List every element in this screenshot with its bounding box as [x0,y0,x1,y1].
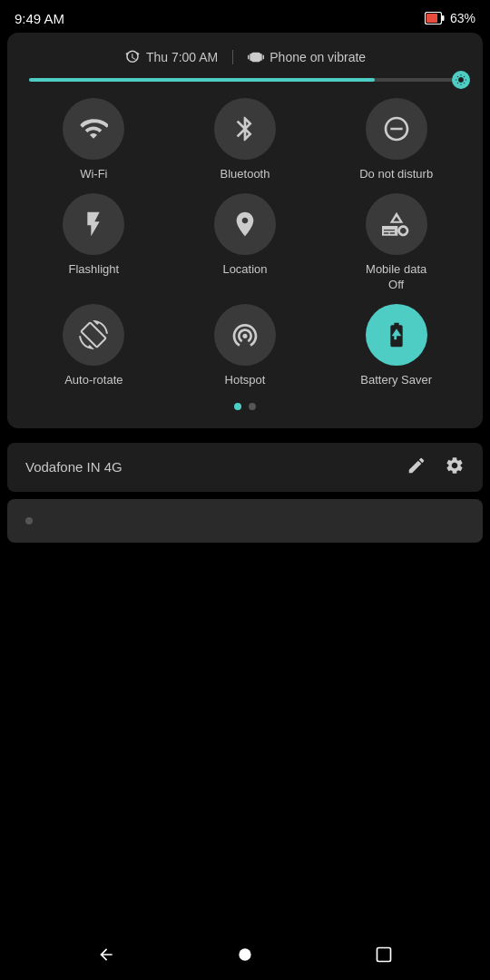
tile-label-wifi: Wi-Fi [80,167,107,182]
tile-label-dnd: Do not disturb [359,167,433,182]
edit-button[interactable] [407,456,426,479]
back-button[interactable] [97,946,115,964]
tile-icon-batterysaver [366,304,427,366]
tile-icon-autorotate [63,304,124,366]
tile-label-mobiledata: Mobile dataOff [366,262,426,293]
svg-point-3 [239,948,250,960]
page-dot-1 [234,403,241,410]
brightness-track[interactable] [29,78,461,82]
tile-batterysaver[interactable]: Battery Saver [328,304,465,388]
tile-label-batterysaver: Battery Saver [360,373,432,388]
tile-icon-mobiledata [366,193,427,255]
status-bar: 9:49 AM 63% [0,0,490,33]
tile-wifi[interactable]: Wi-Fi [25,98,162,182]
bottom-icons [407,456,465,479]
alarm-info: Thu 7:00 AM [124,49,218,65]
alarm-time: Thu 7:00 AM [146,50,218,64]
tile-label-flashlight: Flashlight [69,262,120,278]
alarm-row: Thu 7:00 AM Phone on vibrate [22,44,468,74]
settings-button[interactable] [445,456,465,479]
nav-bar [0,929,490,980]
bottom-bar: Vodafone IN 4G [7,443,483,492]
tile-hotspot[interactable]: Hotspot [177,304,314,388]
tile-flashlight[interactable]: Flashlight [25,193,162,293]
brightness-thumb [452,71,470,89]
tile-icon-bluetooth [214,98,276,160]
page-indicators [22,396,468,414]
svg-rect-4 [377,948,391,962]
home-peek [7,499,483,543]
tile-label-bluetooth: Bluetooth [220,167,270,182]
vibrate-icon [248,49,264,65]
tile-icon-location [214,193,276,255]
tile-mobiledata[interactable]: Mobile dataOff [328,193,465,293]
tile-autorotate[interactable]: Auto-rotate [25,304,162,388]
tile-dnd[interactable]: Do not disturb [328,98,465,182]
svg-rect-2 [442,15,445,21]
alarm-divider [232,50,233,64]
tile-icon-flashlight [63,193,124,255]
battery-icon [425,12,445,24]
tile-grid: Wi-Fi Bluetooth Do not disturb Flashligh… [22,94,468,396]
tile-label-autorotate: Auto-rotate [64,373,122,388]
svg-rect-1 [426,14,437,23]
tile-label-location: Location [222,262,267,278]
status-right: 63% [425,11,475,25]
qs-panel: Thu 7:00 AM Phone on vibrate Wi [7,33,483,428]
recents-button[interactable] [375,946,393,964]
home-peek-dot [25,517,33,524]
alarm-icon [124,49,141,65]
vibrate-label: Phone on vibrate [270,50,366,64]
home-button[interactable] [236,946,254,964]
brightness-fill [29,78,375,82]
status-time: 9:49 AM [15,11,64,26]
battery-pct: 63% [450,11,475,25]
tile-location[interactable]: Location [177,193,314,293]
tile-icon-dnd [366,98,427,160]
brightness-row[interactable] [22,74,468,94]
tile-bluetooth[interactable]: Bluetooth [177,98,314,182]
tile-icon-hotspot [214,304,276,366]
vibrate-info: Phone on vibrate [248,49,366,65]
carrier-label: Vodafone IN 4G [25,459,122,475]
tile-label-hotspot: Hotspot [225,373,266,388]
page-dot-2 [249,403,256,410]
tile-icon-wifi [63,98,124,160]
